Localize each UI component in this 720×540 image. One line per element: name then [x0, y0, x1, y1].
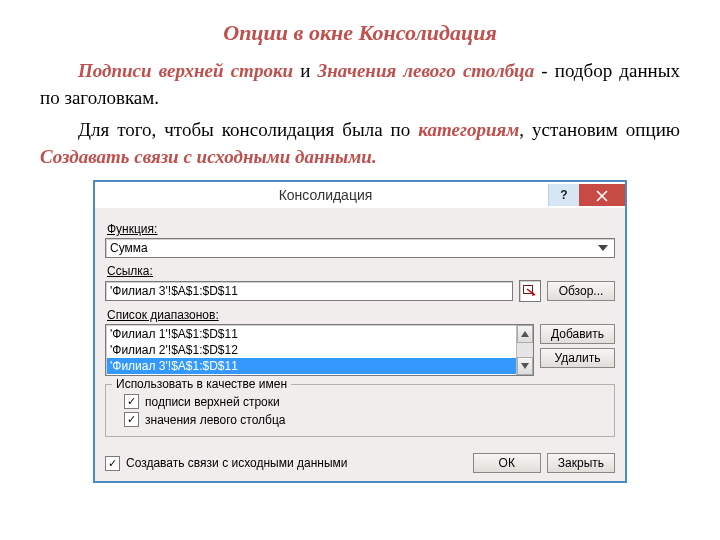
para2-seg2: категориям — [418, 119, 519, 140]
list-item[interactable]: 'Филиал 1'!$A$1:$D$11 — [107, 326, 532, 342]
para1-seg3: Значения левого столбца — [317, 60, 534, 81]
scroll-down-icon[interactable] — [517, 357, 533, 375]
close-button[interactable] — [579, 184, 625, 206]
scroll-up-icon[interactable] — [517, 325, 533, 343]
page-title: Опции в окне Консолидация — [40, 20, 680, 46]
para2-seg1: Для того, чтобы консолидация была по — [78, 119, 418, 140]
ranges-label: Список диапазонов: — [107, 308, 615, 322]
ranges-listbox[interactable]: 'Филиал 1'!$A$1:$D$11 'Филиал 2'!$A$1:$D… — [105, 324, 534, 376]
reference-input[interactable]: 'Филиал 3'!$A$1:$D$11 — [105, 281, 513, 301]
browse-button[interactable]: Обзор... — [547, 281, 615, 301]
left-column-label: значения левого столбца — [145, 413, 286, 427]
top-row-checkbox[interactable] — [124, 394, 139, 409]
para1-seg1: Подписи верхней строки — [78, 60, 293, 81]
list-item[interactable]: 'Филиал 3'!$A$1:$D$11 — [107, 358, 532, 374]
dialog-title: Консолидация — [103, 187, 548, 203]
use-names-group: Использовать в качестве имен подписи вер… — [105, 384, 615, 437]
ok-button[interactable]: ОК — [473, 453, 541, 473]
para2-seg4: Создавать связи с исходными данными. — [40, 146, 377, 167]
create-links-checkbox[interactable] — [105, 456, 120, 471]
range-picker-icon[interactable] — [519, 280, 541, 302]
reference-label: Ссылка: — [107, 264, 615, 278]
delete-button[interactable]: Удалить — [540, 348, 615, 368]
help-button[interactable]: ? — [548, 184, 579, 206]
add-button[interactable]: Добавить — [540, 324, 615, 344]
consolidation-dialog: Консолидация ? Функция: Сумма Ссылка: 'Ф… — [93, 180, 627, 483]
left-column-checkbox[interactable] — [124, 412, 139, 427]
create-links-label: Создавать связи с исходными данными — [126, 456, 348, 470]
function-value: Сумма — [110, 241, 148, 255]
paragraph-2: Для того, чтобы консолидация была по кат… — [40, 117, 680, 170]
top-row-label: подписи верхней строки — [145, 395, 280, 409]
function-select[interactable]: Сумма — [105, 238, 615, 258]
function-label: Функция: — [107, 222, 615, 236]
close-icon — [596, 190, 608, 202]
list-item[interactable]: 'Филиал 2'!$A$1:$D$12 — [107, 342, 532, 358]
chevron-down-icon — [598, 245, 608, 251]
group-legend: Использовать в качестве имен — [112, 377, 291, 391]
para1-seg2: и — [293, 60, 317, 81]
paragraph-1: Подписи верхней строки и Значения левого… — [40, 58, 680, 111]
listbox-scrollbar[interactable] — [516, 325, 533, 375]
para2-seg3: , установим опцию — [519, 119, 680, 140]
dialog-titlebar[interactable]: Консолидация ? — [95, 182, 625, 208]
close-dialog-button[interactable]: Закрыть — [547, 453, 615, 473]
